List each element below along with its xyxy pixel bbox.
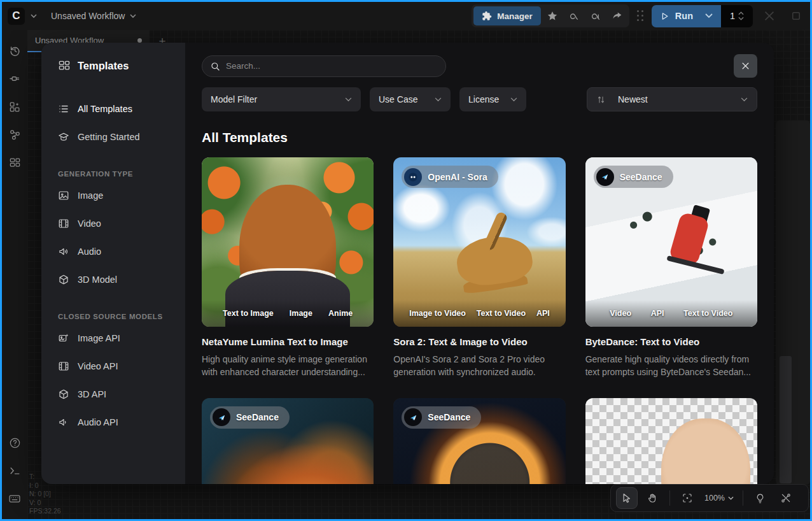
template-card-bytedance[interactable]: SeeDance Video API Text to Video ByteDan… xyxy=(585,157,757,379)
terminal-button[interactable] xyxy=(2,457,27,485)
template-card-seedance-2[interactable]: SeeDance xyxy=(393,398,565,484)
speaker-icon xyxy=(58,246,69,257)
toggle-theme-button[interactable] xyxy=(750,487,771,509)
toolbar-divider xyxy=(669,490,670,506)
tag: Image xyxy=(290,309,312,318)
left-sidebar-rail xyxy=(2,30,27,519)
star-icon xyxy=(547,10,558,22)
x-icon xyxy=(762,9,776,23)
sidebar-item-image[interactable]: Image xyxy=(58,182,172,210)
stop-button[interactable] xyxy=(786,6,806,25)
templates-rail-button[interactable] xyxy=(2,148,27,176)
manager-button[interactable]: Manager xyxy=(473,6,541,25)
search-input[interactable] xyxy=(226,61,438,71)
model-filter-dropdown[interactable]: Model Filter xyxy=(202,87,361,111)
manager-button-label: Manager xyxy=(497,11,533,21)
square-icon xyxy=(790,10,802,22)
toolbar-divider xyxy=(743,490,743,506)
model-library-button[interactable] xyxy=(2,92,27,120)
section-header-generation-type: GENERATION TYPE xyxy=(58,170,172,178)
stat-v: V: 0 xyxy=(29,499,61,508)
stepper-arrows[interactable] xyxy=(738,11,744,20)
provider-badge: OpenAI - Sora xyxy=(402,166,498,188)
template-description: Generate high quality videos directly fr… xyxy=(585,353,757,379)
lightbulb-icon xyxy=(755,493,766,504)
provider-badge: SeeDance xyxy=(210,406,290,429)
batch-count-stepper[interactable]: 1 xyxy=(721,5,753,27)
models-sparkle-icon xyxy=(9,101,21,113)
sidebar-item-3d-model[interactable]: 3D Model xyxy=(58,266,172,294)
logo-menu-chevron-icon[interactable] xyxy=(31,14,37,18)
node-graph-icon xyxy=(9,129,21,141)
run-button[interactable]: Run xyxy=(652,5,721,27)
thumbnail-art-child-checkerboard xyxy=(585,398,757,484)
topbar-actions: Manager xyxy=(472,4,806,27)
play-icon xyxy=(660,11,669,21)
zoom-chevron-icon xyxy=(728,496,734,500)
background-node-strip xyxy=(780,356,792,483)
sidebar-item-audio[interactable]: Audio xyxy=(58,238,172,266)
assistant-left-button[interactable] xyxy=(564,6,584,25)
share-button[interactable] xyxy=(607,6,627,25)
drag-handle[interactable] xyxy=(637,10,644,22)
search-icon xyxy=(210,61,220,71)
select-tool-button[interactable] xyxy=(616,487,638,509)
provider-badge: SeeDance xyxy=(402,406,481,429)
interrupt-button[interactable] xyxy=(759,6,780,25)
workflow-title-menu[interactable]: Unsaved Workflow xyxy=(51,11,136,21)
seedance-logo-icon xyxy=(213,408,230,426)
pan-tool-button[interactable] xyxy=(641,487,663,509)
run-button-label: Run xyxy=(675,11,693,21)
cube-icon xyxy=(58,274,69,285)
templates-main: Model Filter Use Case License xyxy=(185,43,774,484)
template-card-transparent[interactable] xyxy=(585,398,757,484)
sidebar-item-video-api[interactable]: Video API xyxy=(58,352,172,380)
custom-nodes-button[interactable] xyxy=(2,64,27,92)
toolbar-group: Manager xyxy=(472,4,629,27)
template-card-netayume[interactable]: Text to Image Image Anime NetaYume Lumin… xyxy=(202,157,374,379)
license-dropdown[interactable]: License xyxy=(459,87,526,111)
list-icon xyxy=(58,103,69,115)
history-button[interactable] xyxy=(2,36,27,64)
image-sparkle-icon xyxy=(58,332,69,344)
templates-layout-icon xyxy=(9,157,21,169)
tag: API xyxy=(651,309,664,318)
template-search[interactable] xyxy=(202,55,446,77)
close-dialog-button[interactable] xyxy=(734,54,757,78)
sidebar-item-image-api[interactable]: Image API xyxy=(58,324,172,352)
openai-sora-logo-icon xyxy=(404,168,422,186)
use-case-dropdown[interactable]: Use Case xyxy=(370,87,451,111)
run-options-chevron-icon[interactable] xyxy=(705,13,713,18)
sort-dropdown[interactable]: Newest xyxy=(587,87,757,111)
template-card-sora2[interactable]: OpenAI - Sora Image to Video Text to Vid… xyxy=(393,157,565,379)
unsaved-dot xyxy=(137,38,142,43)
stat-fps: FPS:32.26 xyxy=(29,507,61,516)
tag: Video xyxy=(610,309,631,318)
close-icon xyxy=(741,61,750,71)
templates-layout-icon xyxy=(58,59,71,72)
help-button[interactable] xyxy=(2,429,27,457)
fit-view-button[interactable] xyxy=(676,487,698,509)
template-card-seedance-1[interactable]: SeeDance xyxy=(202,398,374,484)
focus-frame-icon xyxy=(682,492,693,504)
chevron-down-icon xyxy=(345,97,352,102)
favorites-button[interactable] xyxy=(542,6,563,25)
comfyui-logo[interactable]: C xyxy=(8,8,25,25)
share-arrow-icon xyxy=(612,10,623,22)
template-thumbnail: OpenAI - Sora Image to Video Text to Vid… xyxy=(393,157,565,327)
sidebar-item-all-templates[interactable]: All Templates xyxy=(58,95,172,123)
sidebar-item-audio-api[interactable]: Audio API xyxy=(58,408,172,436)
zoom-level-dropdown[interactable]: 100% xyxy=(702,494,736,503)
node-map-button[interactable] xyxy=(2,120,27,148)
assistant-right-button[interactable] xyxy=(585,6,606,25)
shortcuts-button[interactable] xyxy=(2,485,27,513)
sidebar-item-getting-started[interactable]: Getting Started xyxy=(58,123,172,151)
template-grid: Text to Image Image Anime NetaYume Lumin… xyxy=(202,157,757,484)
sidebar-item-3d-api[interactable]: 3D API xyxy=(58,380,172,408)
section-header-closed-source: CLOSED SOURCE MODELS xyxy=(58,313,172,320)
sidebar-item-video[interactable]: Video xyxy=(58,210,172,238)
stat-n: N: 0 [0] xyxy=(29,490,61,499)
template-title: ByteDance: Text to Video xyxy=(585,336,757,347)
toggle-links-button[interactable] xyxy=(775,487,797,509)
template-thumbnail: Text to Image Image Anime xyxy=(202,157,374,327)
